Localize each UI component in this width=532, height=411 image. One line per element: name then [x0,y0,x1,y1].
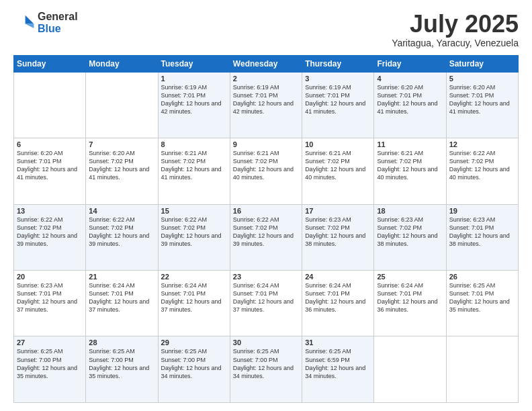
page: General Blue July 2025 Yaritagua, Yaracu… [0,0,532,411]
day-number: 3 [305,75,371,83]
calendar-cell: 28Sunrise: 6:25 AM Sunset: 7:00 PM Dayli… [86,336,158,403]
day-number: 9 [233,140,299,148]
calendar-cell: 30Sunrise: 6:25 AM Sunset: 7:00 PM Dayli… [230,336,302,403]
cell-content: Sunrise: 6:25 AM Sunset: 6:59 PM Dayligh… [305,347,371,380]
day-number: 19 [449,207,515,215]
cell-content: Sunrise: 6:22 AM Sunset: 7:02 PM Dayligh… [17,216,83,248]
calendar-cell: 27Sunrise: 6:25 AM Sunset: 7:00 PM Dayli… [14,336,86,403]
calendar-day-header: Thursday [302,55,374,72]
calendar-cell: 20Sunrise: 6:23 AM Sunset: 7:01 PM Dayli… [14,271,86,336]
day-number: 29 [161,338,227,347]
day-number: 15 [161,207,227,215]
cell-content: Sunrise: 6:20 AM Sunset: 7:01 PM Dayligh… [377,83,443,116]
calendar-cell: 26Sunrise: 6:25 AM Sunset: 7:01 PM Dayli… [446,271,518,336]
calendar-week-row: 1Sunrise: 6:19 AM Sunset: 7:01 PM Daylig… [14,72,519,138]
header: General Blue July 2025 Yaritagua, Yaracu… [13,11,519,48]
cell-content: Sunrise: 6:25 AM Sunset: 7:00 PM Dayligh… [161,347,227,380]
day-number: 28 [89,338,154,347]
calendar-week-row: 13Sunrise: 6:22 AM Sunset: 7:02 PM Dayli… [14,204,519,270]
cell-content: Sunrise: 6:25 AM Sunset: 7:00 PM Dayligh… [89,347,154,380]
calendar-day-header: Tuesday [158,55,230,72]
day-number: 13 [17,207,83,215]
calendar-cell [446,336,518,403]
calendar-cell: 31Sunrise: 6:25 AM Sunset: 6:59 PM Dayli… [302,336,374,403]
calendar-cell: 29Sunrise: 6:25 AM Sunset: 7:00 PM Dayli… [158,336,230,403]
calendar-cell: 14Sunrise: 6:22 AM Sunset: 7:02 PM Dayli… [86,204,158,270]
logo-icon [13,12,35,34]
calendar-week-row: 20Sunrise: 6:23 AM Sunset: 7:01 PM Dayli… [14,271,519,336]
cell-content: Sunrise: 6:24 AM Sunset: 7:01 PM Dayligh… [377,281,443,314]
day-number: 7 [89,140,154,148]
calendar-day-header: Sunday [14,55,86,72]
cell-content: Sunrise: 6:22 AM Sunset: 7:02 PM Dayligh… [161,216,227,248]
day-number: 6 [17,140,83,148]
cell-content: Sunrise: 6:25 AM Sunset: 7:00 PM Dayligh… [17,347,83,380]
day-number: 4 [377,75,443,83]
day-number: 24 [305,273,371,281]
cell-content: Sunrise: 6:23 AM Sunset: 7:01 PM Dayligh… [17,281,83,314]
day-number: 27 [17,338,83,347]
calendar-table: SundayMondayTuesdayWednesdayThursdayFrid… [13,55,519,403]
cell-content: Sunrise: 6:19 AM Sunset: 7:01 PM Dayligh… [233,83,299,116]
day-number: 5 [449,75,515,83]
cell-content: Sunrise: 6:23 AM Sunset: 7:02 PM Dayligh… [377,216,443,248]
calendar-cell: 5Sunrise: 6:20 AM Sunset: 7:01 PM Daylig… [446,72,518,138]
calendar-cell [86,72,158,138]
calendar-cell: 19Sunrise: 6:23 AM Sunset: 7:01 PM Dayli… [446,204,518,270]
day-number: 14 [89,207,154,215]
cell-content: Sunrise: 6:22 AM Sunset: 7:02 PM Dayligh… [89,216,154,248]
svg-marker-0 [26,15,34,24]
day-number: 2 [233,75,299,83]
cell-content: Sunrise: 6:20 AM Sunset: 7:01 PM Dayligh… [449,83,515,116]
calendar-cell: 2Sunrise: 6:19 AM Sunset: 7:01 PM Daylig… [230,72,302,138]
cell-content: Sunrise: 6:21 AM Sunset: 7:02 PM Dayligh… [161,149,227,182]
subtitle: Yaritagua, Yaracuy, Venezuela [392,38,519,48]
day-number: 12 [449,140,515,148]
calendar-cell: 12Sunrise: 6:22 AM Sunset: 7:02 PM Dayli… [446,138,518,204]
calendar-cell: 13Sunrise: 6:22 AM Sunset: 7:02 PM Dayli… [14,204,86,270]
day-number: 25 [377,273,443,281]
logo-general: General [38,11,78,23]
cell-content: Sunrise: 6:23 AM Sunset: 7:01 PM Dayligh… [449,216,515,248]
calendar-cell: 16Sunrise: 6:22 AM Sunset: 7:02 PM Dayli… [230,204,302,270]
cell-content: Sunrise: 6:19 AM Sunset: 7:01 PM Dayligh… [305,83,371,116]
calendar-cell: 15Sunrise: 6:22 AM Sunset: 7:02 PM Dayli… [158,204,230,270]
day-number: 18 [377,207,443,215]
cell-content: Sunrise: 6:20 AM Sunset: 7:02 PM Dayligh… [89,149,154,182]
calendar-day-header: Wednesday [230,55,302,72]
day-number: 23 [233,273,299,281]
calendar-cell: 7Sunrise: 6:20 AM Sunset: 7:02 PM Daylig… [86,138,158,204]
calendar-cell [374,336,446,403]
calendar-cell: 18Sunrise: 6:23 AM Sunset: 7:02 PM Dayli… [374,204,446,270]
cell-content: Sunrise: 6:24 AM Sunset: 7:01 PM Dayligh… [89,281,154,314]
title-area: July 2025 Yaritagua, Yaracuy, Venezuela [392,11,519,48]
calendar-cell: 9Sunrise: 6:21 AM Sunset: 7:02 PM Daylig… [230,138,302,204]
day-number: 21 [89,273,154,281]
calendar-cell: 21Sunrise: 6:24 AM Sunset: 7:01 PM Dayli… [86,271,158,336]
logo: General Blue [13,11,78,34]
cell-content: Sunrise: 6:22 AM Sunset: 7:02 PM Dayligh… [233,216,299,248]
logo-text: General Blue [38,11,78,34]
svg-marker-1 [26,24,34,28]
calendar-cell: 1Sunrise: 6:19 AM Sunset: 7:01 PM Daylig… [158,72,230,138]
cell-content: Sunrise: 6:21 AM Sunset: 7:02 PM Dayligh… [233,149,299,182]
calendar-cell: 11Sunrise: 6:21 AM Sunset: 7:02 PM Dayli… [374,138,446,204]
cell-content: Sunrise: 6:23 AM Sunset: 7:02 PM Dayligh… [305,216,371,248]
calendar-cell: 25Sunrise: 6:24 AM Sunset: 7:01 PM Dayli… [374,271,446,336]
day-number: 16 [233,207,299,215]
calendar-cell: 24Sunrise: 6:24 AM Sunset: 7:01 PM Dayli… [302,271,374,336]
day-number: 17 [305,207,371,215]
logo-blue: Blue [38,23,78,35]
calendar-week-row: 27Sunrise: 6:25 AM Sunset: 7:00 PM Dayli… [14,336,519,403]
calendar-cell: 10Sunrise: 6:21 AM Sunset: 7:02 PM Dayli… [302,138,374,204]
calendar-cell: 17Sunrise: 6:23 AM Sunset: 7:02 PM Dayli… [302,204,374,270]
day-number: 8 [161,140,227,148]
day-number: 10 [305,140,371,148]
cell-content: Sunrise: 6:20 AM Sunset: 7:01 PM Dayligh… [17,149,83,182]
day-number: 26 [449,273,515,281]
day-number: 1 [161,75,227,83]
calendar-day-header: Friday [374,55,446,72]
calendar-header-row: SundayMondayTuesdayWednesdayThursdayFrid… [14,55,519,72]
calendar-day-header: Saturday [446,55,518,72]
calendar-cell: 6Sunrise: 6:20 AM Sunset: 7:01 PM Daylig… [14,138,86,204]
